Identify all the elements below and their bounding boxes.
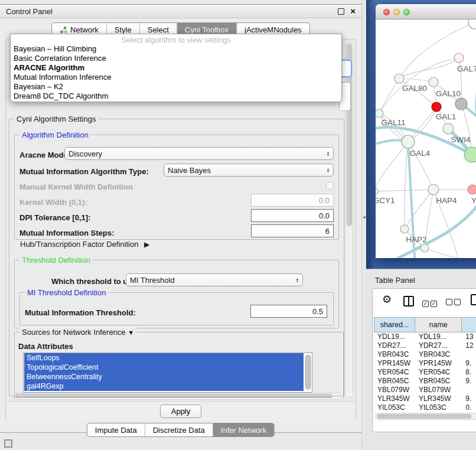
node[interactable] [468, 19, 476, 29]
show-columns-icon[interactable]: ✓✓ [422, 297, 439, 308]
hub-transcription-factor-expander[interactable]: Hub/Transcription Factor Definition ▶ [20, 240, 149, 249]
cell[interactable]: YBR045C [374, 377, 415, 386]
mi-steps-field[interactable]: 6 [251, 224, 334, 237]
data-attributes-list[interactable]: SelfLoops TopologicalCoefficient Between… [23, 353, 312, 393]
node[interactable] [420, 244, 429, 252]
cell[interactable] [462, 350, 476, 359]
cell[interactable]: YLR345W [374, 394, 415, 403]
cell[interactable]: YBL079W [374, 386, 415, 394]
cell[interactable]: 13 [462, 332, 476, 341]
column-header-name[interactable]: name [415, 317, 462, 332]
manual-kernel-width-checkbox[interactable] [326, 182, 334, 190]
apply-button[interactable]: Apply [160, 405, 202, 418]
popup-item[interactable]: Dream8 DC_TDC Algorithm [11, 92, 341, 101]
table-scroll-thumb[interactable] [377, 414, 471, 419]
column-header-shared-name[interactable]: shared... [374, 317, 415, 332]
cell[interactable]: YBL079W [415, 386, 462, 394]
cell[interactable]: YDR27... [374, 341, 415, 350]
table-row[interactable]: YPR145WYPR145W9. [374, 359, 476, 368]
attributes-scroll-thumb[interactable] [305, 355, 311, 389]
collapse-arrow-icon: ▼ [128, 329, 134, 336]
table-row[interactable]: YBL079WYBL079W [374, 386, 476, 394]
cell[interactable]: YLR345W [415, 394, 462, 403]
node-gal1[interactable] [432, 102, 441, 112]
popup-item-selected[interactable]: ARACNE Algorithm [11, 63, 341, 73]
table-row[interactable]: YIL053CYIL053C0. [374, 403, 476, 410]
tab-infer-network[interactable]: Infer Network [213, 423, 274, 436]
attributes-list-scrollbar[interactable] [305, 354, 311, 391]
node-salmon[interactable] [468, 185, 476, 194]
node-gal80[interactable] [395, 74, 404, 83]
cell[interactable]: YDL19... [374, 332, 415, 341]
cell[interactable]: 9. [462, 394, 476, 403]
node-green[interactable] [464, 147, 476, 162]
node-swi4[interactable] [443, 123, 454, 134]
float-panel-icon[interactable] [338, 8, 344, 15]
close-panel-icon[interactable]: × [350, 8, 356, 14]
cell[interactable]: YER054C [374, 368, 415, 377]
table-row[interactable]: YER054CYER054C8. [374, 368, 476, 377]
table-row[interactable]: YBR043CYBR043C [374, 350, 476, 359]
list-item[interactable]: BetweennessCentrality [24, 372, 304, 381]
node-gal7[interactable] [454, 53, 464, 63]
splitter-collapse-icon[interactable]: ◄ [362, 215, 366, 219]
node-gal4[interactable] [402, 135, 415, 148]
mi-threshold-field[interactable]: 0.5 [250, 305, 327, 318]
popup-item[interactable]: Bayesian – K2 [11, 82, 341, 92]
network-window-titlebar[interactable] [376, 4, 476, 19]
cell[interactable] [462, 386, 476, 394]
panel-splitter[interactable]: ◄ [361, 0, 366, 450]
popup-item[interactable]: Mutual Information Inference [11, 73, 341, 82]
cell[interactable]: YDR27... [415, 341, 462, 350]
hide-columns-icon[interactable] [446, 297, 462, 308]
network-canvas[interactable]: GAL7 GAL80 GAL10 GAL1 GAL11 SWI4 GAL4 GC… [376, 19, 476, 258]
table-row[interactable]: YBR045CYBR045C9. [374, 377, 476, 386]
gear-icon[interactable]: ⚙ [382, 294, 392, 305]
dpi-tolerance-field[interactable]: 0.0 [251, 209, 334, 222]
cell[interactable]: 9. [462, 377, 476, 386]
tab-impute-data[interactable]: Impute Data [87, 423, 145, 436]
cell[interactable]: YBR043C [374, 350, 415, 359]
network-view-window[interactable]: GAL7 GAL80 GAL10 GAL1 GAL11 SWI4 GAL4 GC… [376, 4, 476, 258]
sources-title-row[interactable]: Sources for Network Inference ▼ [19, 328, 136, 337]
table-row[interactable]: YDL19...YDL19...13 [374, 332, 476, 341]
mi-algorithm-type-select[interactable]: Naive Bayes ▲ ▼ [164, 164, 334, 177]
list-item[interactable]: gal4RGexp [24, 381, 304, 391]
new-table-icon[interactable] [471, 294, 476, 305]
cell[interactable]: YDL19... [415, 332, 462, 341]
close-window-icon[interactable] [383, 9, 390, 15]
minimize-window-icon[interactable] [393, 9, 400, 15]
popup-item[interactable]: Basic Correlation Inference [11, 54, 341, 63]
cell[interactable]: YBR043C [415, 350, 462, 359]
kernel-width-field[interactable]: 0.0 [251, 194, 334, 207]
cell[interactable]: YIL053C [374, 403, 415, 410]
node-hap2[interactable] [400, 225, 409, 233]
table-row[interactable]: YDR27...YDR27...12 [374, 341, 476, 350]
popup-item[interactable]: Bayesian – Hill Climbing [11, 44, 341, 54]
column-header-partial[interactable] [462, 317, 476, 332]
node-hap4[interactable] [428, 184, 439, 195]
node-gray[interactable] [455, 98, 467, 110]
node-gcy1[interactable] [376, 187, 378, 195]
cell[interactable]: YIL053C [415, 403, 462, 410]
node-gal11[interactable] [376, 109, 383, 118]
columns-icon[interactable] [403, 296, 414, 306]
node-gal10[interactable] [429, 77, 438, 87]
tab-discretize-data[interactable]: Discretize Data [145, 423, 213, 436]
table-row[interactable]: YLR345WYLR345W9. [374, 394, 476, 403]
cell[interactable]: 12 [462, 341, 476, 350]
aracne-mode-select[interactable]: Discovery ▲ ▼ [64, 147, 334, 160]
which-threshold-select[interactable]: MI Threshold ▲ ▼ [126, 273, 303, 286]
cell[interactable]: YPR145W [374, 359, 415, 368]
cell[interactable]: 8. [462, 368, 476, 377]
cell[interactable]: YER054C [415, 368, 462, 377]
table-horizontal-scrollbar[interactable] [375, 413, 476, 420]
list-item[interactable]: SelfLoops [24, 353, 304, 363]
zoom-window-icon[interactable] [403, 9, 410, 15]
cell[interactable]: YBR045C [415, 377, 462, 386]
cell[interactable]: 0. [462, 403, 476, 410]
resize-grip-icon[interactable] [4, 439, 12, 448]
cell[interactable]: YPR145W [415, 359, 462, 368]
list-item[interactable]: TopologicalCoefficient [24, 363, 304, 372]
cell[interactable]: 9. [462, 359, 476, 368]
